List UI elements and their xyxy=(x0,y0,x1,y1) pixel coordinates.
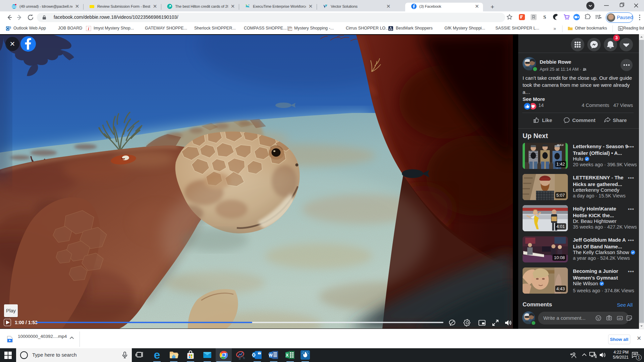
svg-text:GIF: GIF xyxy=(618,317,622,319)
svg-text:X: X xyxy=(286,353,289,358)
svg-text:e: e xyxy=(154,350,160,360)
svg-text:W: W xyxy=(269,353,273,358)
svg-text:S: S xyxy=(543,14,546,20)
svg-text:HULU: HULU xyxy=(557,144,564,146)
